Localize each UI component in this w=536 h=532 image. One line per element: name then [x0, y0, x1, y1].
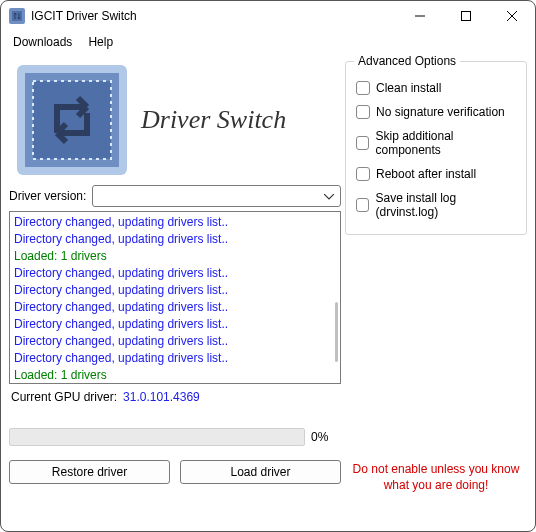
app-heading: Driver Switch — [141, 105, 286, 135]
minimize-button[interactable] — [397, 1, 443, 31]
svg-rect-2 — [462, 12, 471, 21]
log-entry: Directory changed, updating drivers list… — [14, 350, 336, 367]
current-driver-value: 31.0.101.4369 — [123, 390, 200, 404]
advanced-option[interactable]: Reboot after install — [356, 162, 516, 186]
warning-text: Do not enable unless you know what you a… — [341, 461, 527, 523]
advanced-option-label: Save install log (drvinst.log) — [375, 191, 516, 219]
progress-row: 0% — [9, 428, 341, 446]
advanced-option[interactable]: Skip additional components — [356, 124, 516, 162]
driver-version-label: Driver version: — [9, 189, 86, 203]
checkbox-icon[interactable] — [356, 136, 369, 150]
driver-version-select[interactable] — [92, 185, 341, 207]
warning-line-2: what you are doing! — [384, 478, 489, 492]
advanced-options-title: Advanced Options — [354, 54, 460, 68]
advanced-option-label: Reboot after install — [376, 167, 476, 181]
advanced-option[interactable]: Save install log (drvinst.log) — [356, 186, 516, 224]
load-driver-button[interactable]: Load driver — [180, 460, 341, 484]
restore-driver-button[interactable]: Restore driver — [9, 460, 170, 484]
svg-rect-1 — [12, 11, 22, 21]
checkbox-icon[interactable] — [356, 81, 370, 95]
progress-bar — [9, 428, 305, 446]
log-entry: Directory changed, updating drivers list… — [14, 231, 336, 248]
svg-rect-5 — [33, 81, 111, 159]
checkbox-icon[interactable] — [356, 105, 370, 119]
window-title: IGCIT Driver Switch — [31, 9, 397, 23]
log-entry: Directory changed, updating drivers list… — [14, 282, 336, 299]
log-entry: Directory changed, updating drivers list… — [14, 316, 336, 333]
log-entry: Directory changed, updating drivers list… — [14, 214, 336, 231]
chevron-down-icon — [324, 189, 334, 203]
header-row: Driver Switch — [9, 53, 341, 183]
maximize-button[interactable] — [443, 1, 489, 31]
current-driver-row: Current GPU driver: 31.0.101.4369 — [9, 384, 341, 408]
current-driver-label: Current GPU driver: — [11, 390, 117, 404]
log-entry: Loaded: 1 drivers — [14, 248, 336, 265]
advanced-option-label: No signature verification — [376, 105, 505, 119]
log-entry: Directory changed, updating drivers list… — [14, 333, 336, 350]
driver-version-row: Driver version: — [9, 183, 341, 211]
right-pane: Advanced Options Clean installNo signatu… — [341, 53, 527, 523]
window-controls — [397, 1, 535, 31]
menu-help[interactable]: Help — [80, 33, 121, 51]
log-entry: Loaded: 1 drivers — [14, 367, 336, 384]
checkbox-icon[interactable] — [356, 167, 370, 181]
warning-line-1: Do not enable unless you know — [353, 462, 520, 476]
advanced-option-label: Clean install — [376, 81, 441, 95]
log-panel[interactable]: Directory changed, updating drivers list… — [9, 211, 341, 384]
app-window: IGCIT Driver Switch Downloads Help — [0, 0, 536, 532]
menu-downloads[interactable]: Downloads — [5, 33, 80, 51]
button-row: Restore driver Load driver — [9, 460, 341, 484]
log-entry: Directory changed, updating drivers list… — [14, 265, 336, 282]
menu-bar: Downloads Help — [1, 31, 535, 53]
advanced-option[interactable]: No signature verification — [356, 100, 516, 124]
app-icon — [9, 8, 25, 24]
advanced-options-group: Advanced Options Clean installNo signatu… — [345, 61, 527, 235]
left-pane: Driver Switch Driver version: Directory … — [9, 53, 341, 523]
progress-percent: 0% — [311, 430, 341, 444]
close-button[interactable] — [489, 1, 535, 31]
advanced-option[interactable]: Clean install — [356, 76, 516, 100]
scrollbar-thumb[interactable] — [335, 302, 338, 362]
app-logo-icon — [17, 65, 127, 175]
advanced-option-label: Skip additional components — [375, 129, 516, 157]
title-bar: IGCIT Driver Switch — [1, 1, 535, 31]
client-area: Driver Switch Driver version: Directory … — [1, 53, 535, 531]
checkbox-icon[interactable] — [356, 198, 369, 212]
log-entry: Directory changed, updating drivers list… — [14, 299, 336, 316]
